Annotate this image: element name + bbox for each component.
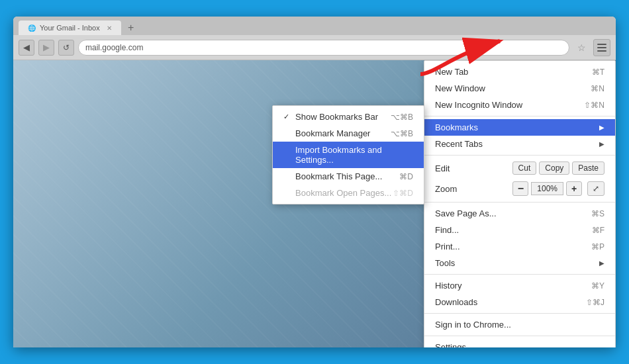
menu-item-settings[interactable]: Settings <box>424 339 615 347</box>
menu-section-signin: Sign in to Chrome... <box>424 314 615 336</box>
edit-row: Edit Cut Copy Paste <box>424 158 615 178</box>
menu-section-settings: Settings About Google Chrome Help <box>424 336 615 347</box>
submenu-check: ✓ <box>283 113 294 121</box>
browser-toolbar: ◀ ▶ ↺ mail.google.com ☆ <box>13 35 616 60</box>
new-window-label: New Window <box>435 83 485 93</box>
tab-close[interactable]: ✕ <box>107 24 112 32</box>
zoom-label: Zoom <box>435 184 510 194</box>
browser-window: 🌐 Your Gmail - Inbox ✕ + ◀ ▶ ↺ mail.goog… <box>13 17 616 347</box>
submenu-item-bookmark-open-pages[interactable]: Bookmark Open Pages... ⇧⌘D <box>273 185 424 201</box>
import-bookmarks-label: Import Bookmarks and Settings... <box>295 145 413 165</box>
submenu-item-bookmark-this-page[interactable]: Bookmark This Page... ⌘D <box>273 168 424 185</box>
recent-tabs-arrow: ▶ <box>599 140 605 148</box>
menu-section-page: Save Page As... ⌘S Find... ⌘F Print... ⌘… <box>424 203 615 275</box>
find-label: Find... <box>435 225 459 235</box>
history-label: History <box>435 281 461 291</box>
page-content: New Tab ⌘T New Window ⌘N New Incognito W… <box>13 60 616 347</box>
print-shortcut: ⌘P <box>591 242 605 251</box>
menu-line-2 <box>597 47 606 48</box>
signin-label: Sign in to Chrome... <box>435 320 511 330</box>
menu-item-new-incognito[interactable]: New Incognito Window ⇧⌘N <box>424 97 615 113</box>
downloads-label: Downloads <box>435 297 477 307</box>
tools-label: Tools <box>435 258 455 268</box>
new-window-shortcut: ⌘N <box>591 84 605 93</box>
bookmarks-label: Bookmarks <box>435 122 478 132</box>
menu-item-downloads[interactable]: Downloads ⇧⌘J <box>424 294 615 310</box>
bookmark-manager-shortcut: ⌥⌘B <box>391 129 413 138</box>
new-tab-button[interactable]: + <box>124 22 138 34</box>
submenu-item-bookmark-manager[interactable]: Bookmark Manager ⌥⌘B <box>273 125 424 142</box>
cut-button[interactable]: Cut <box>512 161 537 175</box>
menu-item-tools[interactable]: Tools ▶ <box>424 255 615 271</box>
bookmark-this-page-label: Bookmark This Page... <box>295 171 399 181</box>
history-shortcut: ⌘Y <box>591 281 605 291</box>
new-tab-label: New Tab <box>435 67 468 77</box>
submenu-item-import-bookmarks[interactable]: Import Bookmarks and Settings... <box>273 142 424 168</box>
zoom-fullscreen-button[interactable]: ⤢ <box>587 181 605 196</box>
star-button[interactable]: ☆ <box>573 40 589 56</box>
submenu-item-show-bookmarks-bar[interactable]: ✓ Show Bookmarks Bar ⌥⌘B <box>273 109 424 125</box>
menu-section-edit-zoom: Edit Cut Copy Paste Zoom − 100% + ⤢ <box>424 156 615 203</box>
bookmark-open-pages-label: Bookmark Open Pages... <box>295 188 393 198</box>
fullscreen-icon: ⤢ <box>593 184 599 193</box>
menu-item-find[interactable]: Find... ⌘F <box>424 222 615 238</box>
edit-label: Edit <box>435 163 510 173</box>
new-tab-shortcut: ⌘T <box>592 68 605 77</box>
new-incognito-shortcut: ⇧⌘N <box>584 101 605 110</box>
menu-line-1 <box>597 44 606 45</box>
zoom-plus-button[interactable]: + <box>566 181 582 196</box>
bookmarks-submenu: ✓ Show Bookmarks Bar ⌥⌘B Bookmark Manage… <box>272 105 424 205</box>
menus-overlay: New Tab ⌘T New Window ⌘N New Incognito W… <box>351 60 616 347</box>
forward-button[interactable]: ▶ <box>38 40 54 56</box>
chrome-menu-button[interactable] <box>593 39 610 56</box>
bookmarks-arrow: ▶ <box>599 124 605 131</box>
bookmark-manager-label: Bookmark Manager <box>295 128 391 138</box>
tools-arrow: ▶ <box>599 259 605 267</box>
bookmark-this-page-shortcut: ⌘D <box>399 172 413 181</box>
menu-item-print[interactable]: Print... ⌘P <box>424 238 615 255</box>
save-page-label: Save Page As... <box>435 208 497 218</box>
menu-item-history[interactable]: History ⌘Y <box>424 277 615 294</box>
zoom-row: Zoom − 100% + ⤢ <box>424 178 615 199</box>
address-text: mail.google.com <box>85 43 143 52</box>
show-bookmarks-bar-shortcut: ⌥⌘B <box>391 113 413 122</box>
menu-item-new-tab[interactable]: New Tab ⌘T <box>424 64 615 80</box>
menu-item-signin[interactable]: Sign in to Chrome... <box>424 316 615 333</box>
tab-favicon: 🌐 <box>28 24 36 32</box>
paste-button[interactable]: Paste <box>572 161 605 175</box>
show-bookmarks-bar-label: Show Bookmarks Bar <box>295 112 391 122</box>
find-shortcut: ⌘F <box>592 226 605 235</box>
tab-bar: 🌐 Your Gmail - Inbox ✕ + <box>13 17 616 35</box>
bookmark-open-pages-shortcut: ⇧⌘D <box>393 189 413 198</box>
new-incognito-label: New Incognito Window <box>435 100 522 110</box>
settings-label: Settings <box>435 342 466 347</box>
menu-item-new-window[interactable]: New Window ⌘N <box>424 80 615 97</box>
downloads-shortcut: ⇧⌘J <box>586 298 605 307</box>
menu-section-new: New Tab ⌘T New Window ⌘N New Incognito W… <box>424 61 615 116</box>
menu-section-bookmarks: Bookmarks ▶ Recent Tabs ▶ <box>424 116 615 156</box>
menu-item-recent-tabs[interactable]: Recent Tabs ▶ <box>424 136 615 152</box>
save-page-shortcut: ⌘S <box>591 209 605 218</box>
refresh-button[interactable]: ↺ <box>58 40 74 56</box>
copy-button[interactable]: Copy <box>539 161 569 175</box>
zoom-value: 100% <box>531 182 563 195</box>
back-button[interactable]: ◀ <box>19 40 34 56</box>
tab-title: Your Gmail - Inbox <box>40 24 100 32</box>
recent-tabs-label: Recent Tabs <box>435 139 483 149</box>
zoom-minus-button[interactable]: − <box>512 181 528 196</box>
menu-item-bookmarks[interactable]: Bookmarks ▶ <box>424 119 615 136</box>
chrome-dropdown-menu: New Tab ⌘T New Window ⌘N New Incognito W… <box>424 60 616 347</box>
menu-item-save-page[interactable]: Save Page As... ⌘S <box>424 205 615 222</box>
menu-section-history: History ⌘Y Downloads ⇧⌘J <box>424 275 615 314</box>
address-bar[interactable]: mail.google.com <box>78 40 569 56</box>
active-tab[interactable]: 🌐 Your Gmail - Inbox ✕ <box>19 21 121 35</box>
print-label: Print... <box>435 242 460 251</box>
menu-line-3 <box>597 50 606 52</box>
